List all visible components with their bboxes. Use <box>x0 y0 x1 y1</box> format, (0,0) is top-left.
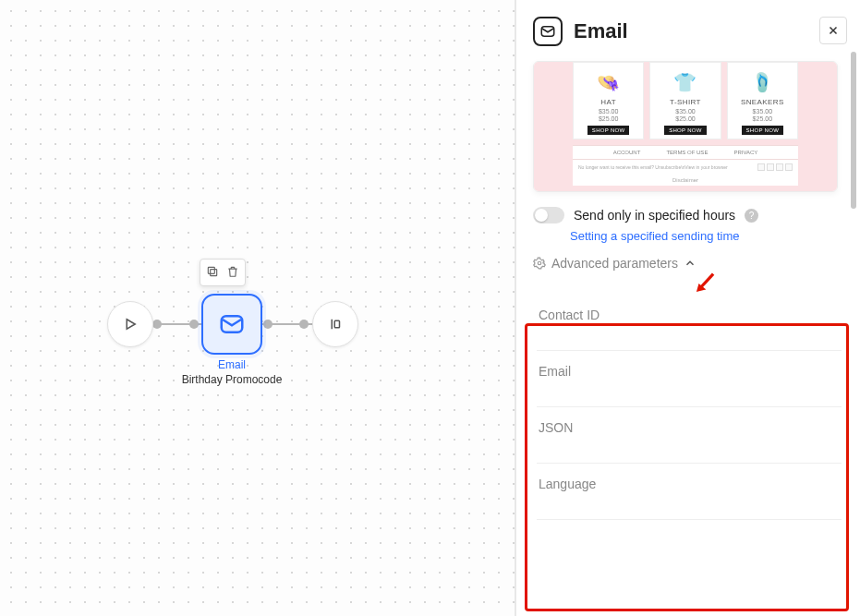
scrollbar[interactable] <box>851 7 856 609</box>
sending-time-link-row: Setting a specified sending time <box>570 229 845 243</box>
node-toolbar <box>200 259 246 286</box>
node-caption: Birthday Promocode <box>158 373 306 386</box>
gear-icon <box>533 257 546 270</box>
field-json[interactable]: JSON <box>537 407 842 464</box>
side-panel: Email 👒 HAT $35.00$25.00 SHOP NOW 👕 T-SH… <box>515 0 860 616</box>
advanced-parameters-label: Advanced parameters <box>551 256 678 271</box>
product-name: SNEAKERS <box>741 98 784 106</box>
field-email[interactable]: Email <box>537 351 842 407</box>
svg-point-6 <box>538 262 541 266</box>
svg-rect-1 <box>211 269 217 275</box>
panel-header: Email <box>533 0 845 57</box>
product-image: 🩴 <box>746 68 778 96</box>
product-price: $35.00$25.00 <box>599 108 618 122</box>
connector-dot <box>152 320 162 329</box>
send-hours-row: Send only in specified hours ? <box>533 207 845 223</box>
preview-footer-link: ACCOUNT <box>613 150 641 155</box>
scrollbar-thumb[interactable] <box>851 52 856 209</box>
fineprint-social <box>757 163 793 171</box>
send-hours-label: Send only in specified hours <box>574 208 735 223</box>
field-label: JSON <box>539 420 842 435</box>
product-cta: SHOP NOW <box>664 126 707 135</box>
connector-dot <box>299 320 309 329</box>
field-language[interactable]: Language <box>537 464 842 520</box>
field-label: Language <box>539 477 842 491</box>
product-cta: SHOP NOW <box>587 126 630 135</box>
preview-product: 👕 T-SHIRT $35.00$25.00 SHOP NOW <box>649 62 721 139</box>
help-icon[interactable]: ? <box>745 209 758 223</box>
workflow-start-node[interactable] <box>107 301 153 347</box>
email-icon <box>218 310 246 338</box>
field-label: Contact ID <box>539 308 842 322</box>
connector-dot <box>189 320 199 329</box>
trash-icon[interactable] <box>226 265 239 281</box>
email-icon <box>533 17 563 46</box>
workflow-email-node[interactable] <box>201 294 262 355</box>
chevron-up-icon <box>684 257 696 270</box>
preview-product: 🩴 SNEAKERS $35.00$25.00 SHOP NOW <box>727 62 798 139</box>
panel-title: Email <box>574 19 628 43</box>
product-cta: SHOP NOW <box>742 126 784 135</box>
svg-rect-2 <box>208 267 214 273</box>
sending-time-link[interactable]: Setting a specified sending time <box>570 229 740 243</box>
product-name: HAT <box>600 98 616 106</box>
field-contact-id[interactable]: Contact ID <box>537 295 842 351</box>
svg-marker-0 <box>127 320 135 330</box>
product-price: $35.00$25.00 <box>753 108 772 122</box>
workflow-canvas[interactable]: Email Birthday Promocode <box>0 0 515 616</box>
fineprint-text: No longer want to receive this email? Un… <box>578 164 728 170</box>
preview-product: 👒 HAT $35.00$25.00 SHOP NOW <box>573 62 644 139</box>
advanced-parameters-toggle[interactable]: Advanced parameters <box>533 256 845 271</box>
product-image: 👕 <box>670 68 701 96</box>
product-name: T-SHIRT <box>670 98 701 106</box>
advanced-fields: Contact ID Email JSON Language <box>533 284 845 520</box>
preview-footer-link: TERMS OF USE <box>666 150 708 155</box>
end-icon <box>327 316 344 332</box>
email-preview-card[interactable]: 👒 HAT $35.00$25.00 SHOP NOW 👕 T-SHIRT $3… <box>533 61 838 192</box>
preview-product-row: 👒 HAT $35.00$25.00 SHOP NOW 👕 T-SHIRT $3… <box>573 62 798 145</box>
duplicate-icon[interactable] <box>206 265 219 281</box>
svg-rect-4 <box>334 320 339 328</box>
product-image: 👒 <box>593 68 624 96</box>
preview-bottom: Disclaimer <box>573 175 798 186</box>
close-icon <box>827 24 840 37</box>
connector-dot <box>263 320 273 329</box>
preview-fineprint: No longer want to receive this email? Un… <box>573 160 798 175</box>
preview-footer-links: ACCOUNT TERMS OF USE PRIVACY <box>573 145 798 160</box>
close-button[interactable] <box>819 17 847 44</box>
workflow-end-node[interactable] <box>312 301 358 347</box>
product-price: $35.00$25.00 <box>675 108 695 122</box>
send-hours-toggle[interactable] <box>533 207 564 223</box>
preview-footer-link: PRIVACY <box>733 150 757 155</box>
node-type-label: Email <box>201 358 262 371</box>
play-icon <box>122 316 139 332</box>
field-label: Email <box>539 364 842 379</box>
workflow-segment: Email Birthday Promocode <box>102 301 360 412</box>
